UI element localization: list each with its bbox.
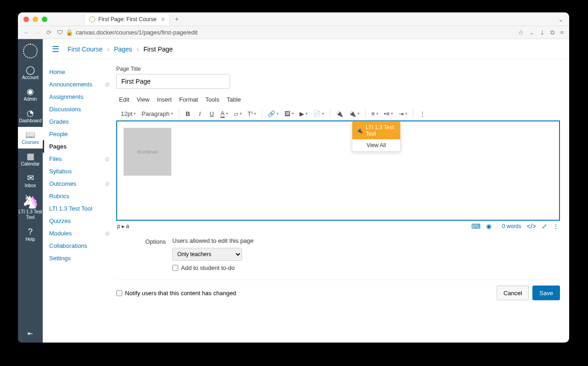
document-button[interactable]: 📄 bbox=[311, 108, 326, 120]
more-button[interactable]: ⋮ bbox=[417, 108, 427, 120]
close-tab-icon[interactable]: × bbox=[161, 16, 165, 23]
back-icon[interactable]: ← bbox=[23, 29, 29, 36]
favicon-icon bbox=[89, 16, 96, 23]
bold-button[interactable]: B bbox=[183, 108, 193, 120]
align-button[interactable]: ≡ bbox=[369, 108, 380, 120]
collapse-nav-icon[interactable]: ⇤ bbox=[28, 330, 33, 337]
indent-button[interactable]: ⇥ bbox=[397, 108, 409, 120]
link-button[interactable]: 🔗 bbox=[266, 108, 281, 120]
rce-menu-item[interactable]: Table bbox=[226, 96, 241, 103]
url-field[interactable]: 🛡 🔒 canvas.docker/courses/1/pages/first-… bbox=[57, 29, 513, 36]
coursenav-item[interactable]: Collaborations bbox=[43, 240, 116, 252]
pocket-icon[interactable]: ⌄ bbox=[529, 29, 534, 36]
tabs-overflow-icon[interactable]: ⌄ bbox=[558, 16, 564, 23]
superscript-button[interactable]: T² bbox=[246, 108, 259, 120]
nav-inbox[interactable]: ✉Inbox bbox=[18, 170, 43, 192]
bg-color-button[interactable]: ▱ bbox=[232, 108, 244, 120]
a11y-icon[interactable]: ◉ bbox=[486, 223, 492, 230]
minimize-window[interactable] bbox=[33, 17, 38, 22]
downloads-icon[interactable]: ⤓ bbox=[540, 29, 545, 36]
bookmark-icon[interactable]: ☆ bbox=[518, 29, 524, 36]
app-menu-icon[interactable]: ≡ bbox=[560, 29, 564, 36]
coursenav-item[interactable]: Modules⊘ bbox=[43, 227, 116, 240]
coursenav-item[interactable]: Announcements⊘ bbox=[43, 78, 116, 91]
save-button[interactable]: Save bbox=[532, 286, 560, 300]
coursenav-item[interactable]: Settings bbox=[43, 252, 116, 264]
user-icon: ◯ bbox=[26, 66, 35, 74]
coursenav-item[interactable]: Quizzes bbox=[43, 215, 116, 227]
maximize-window[interactable] bbox=[42, 17, 47, 22]
book-icon: 📖 bbox=[25, 131, 35, 139]
coursenav-item[interactable]: People bbox=[43, 128, 116, 140]
reload-icon[interactable]: ⟳ bbox=[46, 29, 51, 36]
thumbnail-placeholder[interactable]: thumbnail bbox=[124, 128, 171, 176]
image-button[interactable]: 🖼 bbox=[283, 108, 296, 120]
global-nav: ◯Account ◉Admin ◔Dashboard 📖Courses ▦Cal… bbox=[18, 39, 43, 343]
canvas-logo-icon[interactable] bbox=[23, 44, 38, 58]
coursenav-item[interactable]: Home bbox=[43, 66, 116, 78]
coursenav-item[interactable]: Files⊘ bbox=[43, 153, 116, 165]
apps-dropdown-item-lti[interactable]: 🔌 LTI 1.3 Test Tool bbox=[352, 122, 400, 139]
bullet-list-button[interactable]: •≡ bbox=[382, 108, 395, 120]
apps-dropdown-button[interactable]: 🔌 bbox=[347, 108, 362, 120]
apps-button[interactable]: 🔌 bbox=[334, 108, 345, 120]
page-title-input[interactable] bbox=[116, 74, 230, 89]
coursenav-item[interactable]: Rubrics bbox=[43, 190, 116, 202]
rce-menu-item[interactable]: Insert bbox=[157, 96, 172, 103]
html-view-button[interactable]: </> bbox=[527, 223, 536, 230]
coursenav-item[interactable]: Syllabus bbox=[43, 165, 116, 177]
lock-icon[interactable]: 🔒 bbox=[66, 29, 73, 36]
unicorn-icon: 🦄 bbox=[23, 195, 39, 208]
coursenav-item[interactable]: Pages bbox=[43, 140, 116, 153]
add-todo-checkbox[interactable]: Add to student to-do bbox=[172, 264, 254, 271]
forward-icon[interactable]: → bbox=[35, 29, 41, 36]
media-button[interactable]: ▶ bbox=[298, 108, 310, 120]
nav-help[interactable]: ?Help bbox=[18, 224, 43, 246]
options-section: Options Users allowed to edit this page … bbox=[116, 237, 560, 271]
word-count[interactable]: 0 words bbox=[497, 223, 521, 229]
titlebar: First Page: First Course × + ⌄ bbox=[18, 12, 569, 26]
rce-menu-item[interactable]: Format bbox=[179, 96, 198, 103]
notify-checkbox[interactable]: Notify users that this content has chang… bbox=[116, 290, 236, 297]
rce-menu-item[interactable]: Edit bbox=[119, 96, 129, 103]
block-format-select[interactable]: Paragraph bbox=[140, 108, 175, 120]
crumb-course[interactable]: First Course bbox=[68, 46, 102, 53]
shield-icon[interactable]: 🛡 bbox=[57, 29, 63, 36]
keyboard-icon[interactable]: ⌨ bbox=[471, 223, 481, 230]
resize-handle-icon[interactable]: ⋮ bbox=[553, 223, 559, 230]
plug-icon: 🔌 bbox=[356, 127, 363, 134]
font-size-select[interactable]: 12pt bbox=[119, 108, 138, 120]
new-tab-button[interactable]: + bbox=[175, 15, 179, 23]
rce-menu-item[interactable]: Tools bbox=[205, 96, 219, 103]
underline-button[interactable]: U bbox=[207, 108, 217, 120]
course-nav: HomeAnnouncements⊘AssignmentsDiscussions… bbox=[43, 59, 116, 343]
nav-dashboard[interactable]: ◔Dashboard bbox=[18, 105, 43, 127]
rce-statusbar: p ▸ a ⌨ ◉ 0 words </> ⤢ ⋮ bbox=[116, 221, 560, 232]
text-color-button[interactable]: A bbox=[219, 108, 230, 120]
coursenav-item[interactable]: Outcomes⊘ bbox=[43, 177, 116, 190]
apps-dropdown-view-all[interactable]: View All bbox=[352, 139, 400, 151]
hidden-icon: ⊘ bbox=[105, 155, 110, 162]
nav-calendar[interactable]: ▦Calendar bbox=[18, 149, 43, 170]
coursenav-item[interactable]: Discussions bbox=[43, 103, 116, 115]
rce-menu-item[interactable]: View bbox=[136, 96, 149, 103]
rce-editor[interactable]: thumbnail 🔌 LTI 1.3 Test Tool View All bbox=[116, 120, 560, 221]
close-window[interactable] bbox=[23, 17, 29, 22]
coursenav-item[interactable]: Grades bbox=[43, 115, 116, 128]
cancel-button[interactable]: Cancel bbox=[497, 286, 529, 300]
nav-account[interactable]: ◯Account bbox=[18, 62, 43, 84]
crumb-pages[interactable]: Pages bbox=[114, 46, 132, 53]
nav-admin[interactable]: ◉Admin bbox=[18, 84, 43, 105]
content: Page Title EditViewInsertFormatToolsTabl… bbox=[116, 59, 569, 343]
italic-button[interactable]: I bbox=[195, 108, 205, 120]
nav-lti-tool[interactable]: 🦄LTI 1.3 Test Tool bbox=[18, 192, 43, 224]
fullscreen-icon[interactable]: ⤢ bbox=[542, 223, 547, 230]
browser-tab[interactable]: First Page: First Course × bbox=[84, 13, 170, 25]
nav-courses[interactable]: 📖Courses bbox=[18, 127, 43, 149]
coursenav-item[interactable]: Assignments bbox=[43, 91, 116, 103]
element-path[interactable]: p ▸ a bbox=[117, 223, 129, 229]
hamburger-icon[interactable]: ☰ bbox=[52, 44, 59, 54]
extensions-icon[interactable]: ⧉ bbox=[550, 29, 554, 36]
coursenav-item[interactable]: LTI 1.3 Test Tool bbox=[43, 202, 116, 215]
users-allowed-select[interactable]: Only teachers bbox=[172, 248, 242, 261]
